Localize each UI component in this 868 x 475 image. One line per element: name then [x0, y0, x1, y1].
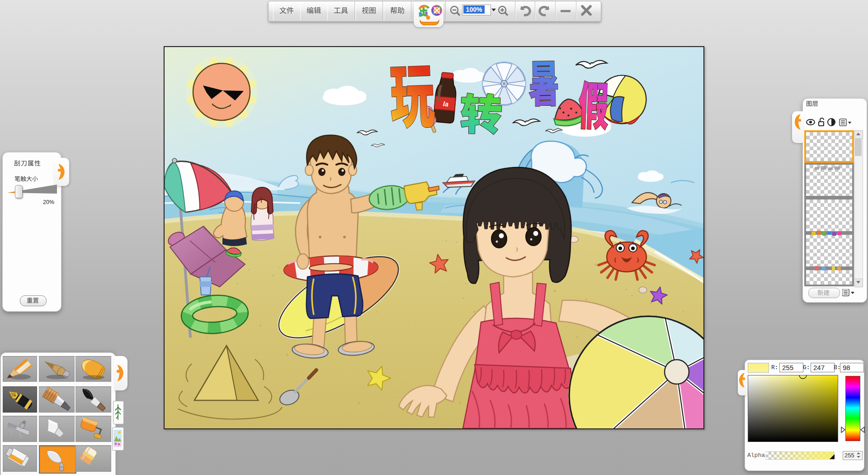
svg-text:la: la	[443, 100, 449, 108]
